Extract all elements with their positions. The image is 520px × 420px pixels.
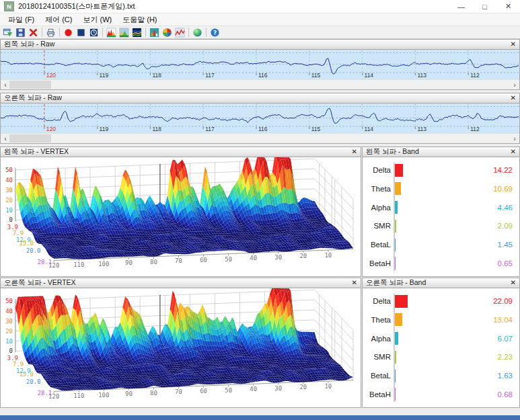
raw-left-scrollbar[interactable]: ‹ › xyxy=(1,79,519,89)
svg-text:40: 40 xyxy=(250,386,257,392)
band-bar-rail xyxy=(395,388,476,401)
save-icon[interactable] xyxy=(14,26,27,38)
svg-text:60: 60 xyxy=(200,388,207,394)
menu-item-control[interactable]: 제어 (C) xyxy=(40,15,77,25)
menu-item-help[interactable]: 도움말 (H) xyxy=(117,15,162,25)
panel-raw-left-header: 왼쪽 뇌파 - Raw ✕ xyxy=(0,39,520,50)
band-bar xyxy=(395,220,396,233)
band-label: Theta xyxy=(363,316,391,324)
band-label: SMR xyxy=(363,353,391,361)
band-bar-rail xyxy=(395,313,476,326)
app-icon-letter: N xyxy=(7,3,11,10)
close-file-icon[interactable] xyxy=(27,26,40,38)
scrollbar-thumb[interactable] xyxy=(9,134,51,142)
menu-item-view[interactable]: 보기 (W) xyxy=(77,15,117,25)
svg-text:119: 119 xyxy=(100,72,109,79)
band-row-theta: Theta10.69 xyxy=(363,182,519,196)
sphere-view-icon[interactable] xyxy=(191,26,204,38)
close-button[interactable]: ✕ xyxy=(496,0,520,13)
bar-chart-view-icon[interactable] xyxy=(148,26,161,38)
panel-title: 왼쪽 뇌파 - Band xyxy=(366,147,419,157)
filtered-wave-view-icon[interactable] xyxy=(118,26,131,38)
panel-title: 왼쪽 뇌파 - VERTEX xyxy=(4,147,69,157)
panel-title: 왼쪽 뇌파 - Raw xyxy=(4,40,54,49)
stop-icon[interactable] xyxy=(75,26,87,38)
band-bar xyxy=(395,313,402,326)
band-bar-rail xyxy=(395,182,476,195)
svg-text:114: 114 xyxy=(365,72,374,79)
band-label: SMR xyxy=(363,222,391,230)
svg-text:70: 70 xyxy=(175,257,182,264)
window-controls: — □ ✕ xyxy=(449,0,520,13)
band-value: 0.65 xyxy=(476,259,519,267)
svg-text:7.9: 7.9 xyxy=(13,361,24,368)
band-row-betah: BetaH0.68 xyxy=(363,388,519,401)
spectrum-3d-view-icon[interactable] xyxy=(131,26,143,38)
svg-text:120: 120 xyxy=(46,126,56,132)
close-icon[interactable]: ✕ xyxy=(352,280,357,286)
band-value: 4.46 xyxy=(476,204,519,212)
band-row-smr: SMR2.23 xyxy=(363,350,519,364)
scroll-right-arrow-icon[interactable]: › xyxy=(511,80,519,89)
band-label: Alpha xyxy=(363,204,391,212)
line-chart-view-icon[interactable] xyxy=(174,26,186,38)
panel-band-left: 왼쪽 뇌파 - Band ✕ Delta14.22Theta10.69Alpha… xyxy=(362,146,520,277)
print-icon[interactable] xyxy=(44,26,57,38)
scroll-left-arrow-icon[interactable]: ‹ xyxy=(1,80,9,89)
scroll-left-arrow-icon[interactable]: ‹ xyxy=(1,134,9,143)
band-value: 14.22 xyxy=(476,166,519,174)
close-icon[interactable]: ✕ xyxy=(352,149,357,155)
svg-text:116: 116 xyxy=(258,126,268,132)
band-bar xyxy=(395,201,398,214)
band-label: Theta xyxy=(363,185,391,193)
svg-text:20: 20 xyxy=(5,197,13,204)
svg-text:40: 40 xyxy=(5,308,13,314)
band-bar-rail xyxy=(395,370,476,382)
svg-text:80: 80 xyxy=(150,390,157,396)
band-bar-rail xyxy=(395,332,476,345)
band-label: Alpha xyxy=(363,335,391,343)
maximize-button[interactable]: □ xyxy=(473,0,496,13)
svg-text:0: 0 xyxy=(9,347,13,354)
scrollbar-thumb[interactable] xyxy=(9,81,51,89)
svg-text:15.0: 15.0 xyxy=(19,240,34,247)
band-right-chart: Delta22.09Theta13.04Alpha6.07SMR2.23Beta… xyxy=(362,288,520,408)
toolbar: ? xyxy=(0,26,520,39)
panel-raw-left: 왼쪽 뇌파 - Raw ✕ 12011911811711611511411311… xyxy=(0,39,520,90)
close-icon[interactable]: ✕ xyxy=(511,95,516,101)
help-icon[interactable]: ? xyxy=(209,26,221,38)
band-bar-rail xyxy=(395,220,476,233)
svg-text:20.0: 20.0 xyxy=(26,378,41,385)
raw-right-scrollbar[interactable]: ‹ › xyxy=(1,133,519,143)
record-icon[interactable] xyxy=(62,26,75,38)
svg-text:80: 80 xyxy=(150,259,157,265)
scroll-right-arrow-icon[interactable]: › xyxy=(511,134,519,143)
svg-text:50: 50 xyxy=(225,256,232,263)
svg-text:20: 20 xyxy=(299,253,307,259)
band-value: 13.04 xyxy=(476,316,519,324)
svg-text:113: 113 xyxy=(417,72,426,79)
band-row-alpha: Alpha4.46 xyxy=(363,201,519,214)
raw-wave-view-icon[interactable] xyxy=(105,26,118,38)
svg-text:118: 118 xyxy=(152,126,161,132)
band-row-betal: BetaL1.63 xyxy=(363,369,519,382)
svg-text:50: 50 xyxy=(5,167,13,173)
minimize-button[interactable]: — xyxy=(449,0,473,13)
menu-item-file[interactable]: 파일 (F) xyxy=(3,15,40,25)
vertex-right-3d-spectrum-chart: 010203040503.97.912.915.020.028.11201101… xyxy=(1,288,361,407)
close-icon[interactable]: ✕ xyxy=(511,149,516,155)
band-bar xyxy=(395,332,398,345)
pie-chart-view-icon[interactable] xyxy=(161,26,174,38)
timer-icon[interactable] xyxy=(87,26,100,38)
panel-raw-right: 오른쪽 뇌파 - Raw ✕ 1201191181171161151141131… xyxy=(0,93,520,144)
svg-text:?: ? xyxy=(213,29,217,36)
svg-text:110: 110 xyxy=(73,261,84,268)
band-bar xyxy=(395,182,401,195)
band-value: 6.07 xyxy=(476,335,519,343)
band-baseline xyxy=(394,294,395,402)
close-icon[interactable]: ✕ xyxy=(511,280,516,286)
open-file-icon[interactable] xyxy=(1,26,14,38)
band-row-betal: BetaL1.45 xyxy=(363,238,519,251)
close-icon[interactable]: ✕ xyxy=(511,41,516,48)
panel-vertex-right: 오른쪽 뇌파 - VERTEX ✕ 010203040503.97.912.91… xyxy=(0,278,361,408)
